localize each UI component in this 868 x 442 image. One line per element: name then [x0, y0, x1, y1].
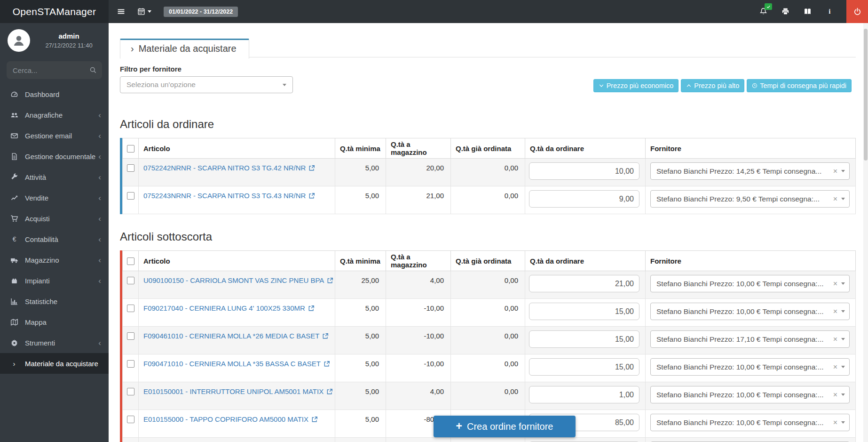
row-select-cell — [123, 410, 139, 438]
external-link-icon[interactable] — [326, 388, 333, 396]
sidebar-item-materiale-da-acquistare[interactable]: ›Materiale da acquistare — [0, 353, 109, 374]
external-link-icon[interactable] — [324, 361, 330, 369]
top-navbar: OpenSTAManager 01/01/2022 - 31/12/2022 i — [0, 0, 868, 23]
sort-prezzo-piu-economico-button[interactable]: Prezzo più economico — [593, 79, 679, 92]
sort-prezzo-piu-alto-button[interactable]: Prezzo più alto — [681, 79, 744, 92]
table-accent-bar: ArticoloQ.tà minimaQ.tà a magazzinoQ.tà … — [120, 250, 856, 442]
qty-to-order-cell — [525, 382, 646, 410]
chevron-left-icon: ‹ — [98, 215, 101, 223]
clear-selection-icon[interactable]: × — [833, 336, 837, 343]
article-link[interactable]: 0752243NRNR - SCARPA NITRO S3 TG.43 NR/N… — [143, 192, 306, 200]
row-checkbox[interactable] — [127, 192, 134, 200]
qty-to-order-input[interactable] — [529, 162, 639, 180]
notifications-button[interactable] — [759, 8, 767, 16]
supplier-select[interactable]: Stefano Bianchi Prezzo: 10,00 € Tempi co… — [650, 358, 850, 376]
tab-materiale-da-acquistare[interactable]: › Materiale da acquistare — [120, 39, 249, 59]
row-checkbox[interactable] — [127, 388, 134, 395]
qty-to-order-input[interactable] — [529, 358, 639, 376]
sidebar-item-attivita[interactable]: Attività‹ — [0, 167, 109, 187]
sidebar-item-magazzino[interactable]: Magazzino‹ — [0, 249, 109, 270]
supplier-select[interactable]: Stefano Bianchi Prezzo: 14,25 € Tempi co… — [650, 162, 850, 180]
article-link[interactable]: U090100150 - CARRIOLA SMONT VAS ZINC PNE… — [143, 276, 324, 284]
supplier-select[interactable]: Stefano Bianchi Prezzo: 10,00 € Tempi co… — [650, 303, 850, 320]
supplier-filter-select[interactable]: Seleziona un'opzione — [120, 76, 293, 93]
supplier-cell: Stefano Bianchi Prezzo: 17,10 € Tempi co… — [646, 327, 856, 354]
manual-button[interactable] — [804, 8, 812, 16]
table-section-articoli-da-ordinare: Articoli da ordinareArticoloQ.tà minimaQ… — [120, 118, 856, 214]
article-link[interactable]: E010155000 - TAPPO COPRIFORO AM5000 MATI… — [143, 415, 308, 423]
calendar-button[interactable] — [137, 8, 151, 16]
row-checkbox[interactable] — [127, 360, 134, 368]
sidebar-item-mappa[interactable]: Mappa — [0, 312, 109, 332]
article-link[interactable]: F090471010 - CERNIERA MOLLA *35 BASSA C … — [143, 360, 321, 368]
cart-icon — [9, 215, 19, 223]
select-all-checkbox[interactable] — [127, 257, 134, 265]
caret-down-icon — [148, 10, 151, 13]
row-select-cell — [123, 186, 139, 214]
info-button[interactable]: i — [826, 8, 834, 16]
row-checkbox[interactable] — [127, 416, 134, 423]
article-link[interactable]: 0752242NRNR - SCARPA NITRO S3 TG.42 NR/N… — [143, 164, 306, 172]
clear-selection-icon[interactable]: × — [833, 168, 837, 175]
brand-logo[interactable]: OpenSTAManager — [0, 0, 109, 23]
date-range-badge[interactable]: 01/01/2022 - 31/12/2022 — [164, 7, 238, 17]
supplier-select[interactable]: Stefano Bianchi Prezzo: 10,00 € Tempi co… — [650, 386, 850, 403]
sidebar-item-vendite[interactable]: Vendite‹ — [0, 187, 109, 208]
qty-to-order-input[interactable] — [529, 330, 639, 348]
table-section-articoli-sottoscorta: Articoli sottoscortaArticoloQ.tà minimaQ… — [120, 230, 856, 442]
clear-selection-icon[interactable]: × — [833, 280, 837, 288]
article-link[interactable]: F090217040 - CERNIERA LUNG 4' 100X25 330… — [143, 304, 305, 312]
external-link-icon[interactable] — [311, 416, 318, 424]
sidebar-item-anagrafiche[interactable]: Anagrafiche‹ — [0, 104, 109, 125]
scrollbar-thumb[interactable] — [864, 29, 868, 161]
sidebar-item-acquisti[interactable]: Acquisti‹ — [0, 208, 109, 229]
search-input[interactable] — [7, 61, 102, 79]
sidebar-toggle-button[interactable] — [117, 8, 125, 16]
table-row: F090461010 - CERNIERA MOLLA *26 MEDIA C … — [123, 327, 856, 354]
supplier-select[interactable]: Stefano Bianchi Prezzo: 17,10 € Tempi co… — [650, 330, 850, 348]
supplier-cell: Stefano Bianchi Prezzo: 10,00 € Tempi co… — [646, 354, 856, 382]
qta-ordinata-cell: 0,00 — [451, 299, 525, 327]
vertical-scrollbar[interactable] — [863, 23, 868, 442]
external-link-icon[interactable] — [308, 165, 315, 173]
section-title: Articoli sottoscorta — [120, 230, 856, 243]
chevron-down-icon — [599, 83, 604, 88]
supplier-select[interactable]: Stefano Bianchi Prezzo: 9,50 € Tempi con… — [650, 190, 850, 208]
supplier-select[interactable]: Stefano Bianchi Prezzo: 10,00 € Tempi co… — [650, 414, 850, 431]
row-checkbox[interactable] — [127, 332, 134, 340]
print-button[interactable] — [781, 8, 789, 16]
sidebar-item-gestione-email[interactable]: Gestione email‹ — [0, 125, 109, 146]
wrench-icon — [9, 173, 19, 181]
external-link-icon[interactable] — [322, 333, 329, 341]
external-link-icon[interactable] — [308, 193, 315, 201]
select-all-checkbox[interactable] — [127, 145, 134, 153]
create-supplier-order-button[interactable]: + Crea ordine fornitore — [434, 416, 576, 437]
row-checkbox[interactable] — [127, 305, 134, 312]
external-link-icon[interactable] — [308, 305, 315, 313]
clear-selection-icon[interactable]: × — [833, 419, 837, 426]
supplier-select[interactable]: Stefano Bianchi Prezzo: 10,00 € Tempi co… — [650, 275, 850, 292]
sidebar-item-contabilita[interactable]: €Contabilità‹ — [0, 229, 109, 249]
sort-tempi-di-consegna-piu-rapidi-button[interactable]: Tempi di consegna più rapidi — [747, 79, 852, 92]
sidebar-item-label: Gestione email — [25, 132, 72, 140]
sidebar-item-dashboard[interactable]: Dashboard — [0, 84, 109, 104]
row-checkbox[interactable] — [127, 277, 134, 284]
qty-to-order-input[interactable] — [529, 190, 639, 208]
sidebar-item-strumenti[interactable]: Strumenti‹ — [0, 332, 109, 353]
clear-selection-icon[interactable]: × — [833, 363, 837, 371]
qty-to-order-input[interactable] — [529, 386, 639, 403]
user-panel[interactable]: admin 27/12/2022 11:40 — [0, 23, 109, 56]
article-link[interactable]: E010150001 - INTERRUTTORE UNIPOL AM5001 … — [143, 387, 324, 395]
external-link-icon[interactable] — [327, 277, 333, 285]
logout-button[interactable] — [846, 0, 868, 23]
article-link[interactable]: F090461010 - CERNIERA MOLLA *26 MEDIA C … — [143, 332, 319, 340]
sidebar-item-statistiche[interactable]: Statistiche — [0, 291, 109, 312]
clear-selection-icon[interactable]: × — [833, 195, 837, 203]
sidebar-item-impianti[interactable]: Impianti‹ — [0, 270, 109, 291]
sidebar-item-gestione-documentale[interactable]: Gestione documentale‹ — [0, 146, 109, 167]
clear-selection-icon[interactable]: × — [833, 308, 837, 315]
qty-to-order-input[interactable] — [529, 275, 639, 292]
qty-to-order-input[interactable] — [529, 303, 639, 320]
row-checkbox[interactable] — [127, 164, 134, 172]
clear-selection-icon[interactable]: × — [833, 391, 837, 399]
